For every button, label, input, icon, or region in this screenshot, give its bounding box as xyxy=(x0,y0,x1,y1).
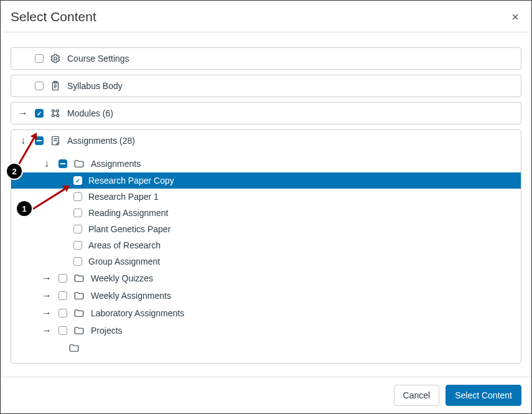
folder-icon xyxy=(73,290,85,301)
subgroup-weekly-quizzes[interactable]: Weekly Quizzes xyxy=(11,270,521,287)
checkbox-subgroup[interactable] xyxy=(58,309,67,318)
checkbox-modules[interactable] xyxy=(35,109,44,118)
svg-point-6 xyxy=(52,110,54,112)
expand-arrow-icon[interactable] xyxy=(17,108,29,118)
dialog-header: Select Content × xyxy=(1,1,531,32)
item-plant-genetics[interactable]: Plant Genetics Paper xyxy=(11,221,521,237)
subgroup-label: Weekly Assignments xyxy=(91,291,515,301)
item-research-paper-1[interactable]: Research Paper 1 xyxy=(11,189,521,205)
expand-arrow-icon[interactable] xyxy=(41,308,52,318)
item-label: Reading Assignment xyxy=(88,208,515,218)
checkbox-item[interactable] xyxy=(73,176,82,185)
modules-icon xyxy=(50,108,61,119)
cancel-button[interactable]: Cancel xyxy=(394,385,440,406)
subgroup-label: Weekly Quizzes xyxy=(91,273,515,283)
annotation-badge: 1 xyxy=(16,200,33,217)
item-reading-assignment[interactable]: Reading Assignment xyxy=(11,205,521,221)
folder-icon xyxy=(68,342,80,354)
select-content-dialog: Select Content × Course Settings xyxy=(0,0,532,414)
checkbox-item[interactable] xyxy=(73,209,82,217)
select-content-button[interactable]: Select Content xyxy=(446,385,521,406)
assignment-icon xyxy=(50,135,61,146)
folder-icon xyxy=(73,158,85,169)
row-syllabus[interactable]: Syllabus Body xyxy=(11,75,521,96)
svg-point-7 xyxy=(57,110,59,112)
label-syllabus: Syllabus Body xyxy=(67,81,515,91)
item-label: Research Paper Copy xyxy=(88,176,515,186)
subgroup-laboratory-assignments[interactable]: Laboratory Assignments xyxy=(11,304,521,322)
label-assignments-group: Assignments (28) xyxy=(67,136,515,146)
clipboard-icon xyxy=(50,80,61,92)
dialog-title: Select Content xyxy=(11,9,96,24)
folder-icon xyxy=(73,325,85,336)
checkbox-item[interactable] xyxy=(73,257,82,266)
assignments-tree: Assignments Research Paper Copy Research… xyxy=(11,151,521,363)
label-modules: Modules (6) xyxy=(67,108,515,118)
panel-modules: Modules (6) xyxy=(11,102,521,125)
svg-point-0 xyxy=(54,57,57,60)
item-label: Areas of Research xyxy=(88,240,515,250)
folder-icon xyxy=(73,308,85,319)
item-group-assignment[interactable]: Group Assignment xyxy=(11,253,521,270)
gear-icon xyxy=(50,53,61,64)
item-areas-of-research[interactable]: Areas of Research xyxy=(11,237,521,253)
item-label: Plant Genetics Paper xyxy=(88,224,515,234)
item-label: Group Assignment xyxy=(88,256,515,266)
dialog-footer: Cancel Select Content xyxy=(1,377,531,413)
close-icon[interactable]: × xyxy=(509,8,521,26)
checkbox-syllabus[interactable] xyxy=(35,82,44,90)
annotation-badge: 2 xyxy=(6,162,23,180)
checkbox-course-settings[interactable] xyxy=(35,54,44,63)
collapse-arrow-icon[interactable] xyxy=(17,136,29,146)
checkbox-subgroup[interactable] xyxy=(58,274,67,283)
row-course-settings[interactable]: Course Settings xyxy=(11,48,521,69)
row-assignments-group[interactable]: Assignments (28) xyxy=(11,130,521,151)
expand-arrow-icon[interactable] xyxy=(41,326,52,336)
item-research-paper-copy[interactable]: Research Paper Copy xyxy=(11,172,521,189)
subgroup-truncated xyxy=(11,339,521,357)
expand-arrow-icon[interactable] xyxy=(41,291,52,301)
checkbox-item[interactable] xyxy=(73,192,82,201)
row-assignments-subgroup[interactable]: Assignments xyxy=(11,155,521,172)
folder-icon xyxy=(73,273,85,284)
subgroup-label: Laboratory Assignments xyxy=(91,308,515,318)
subgroup-projects[interactable]: Projects xyxy=(11,322,521,339)
expand-arrow-icon[interactable] xyxy=(41,273,52,283)
svg-point-9 xyxy=(57,115,59,117)
subgroup-label: Projects xyxy=(91,326,515,336)
collapse-arrow-icon[interactable] xyxy=(41,159,52,169)
checkbox-item[interactable] xyxy=(73,225,82,233)
item-label: Research Paper 1 xyxy=(88,192,515,202)
row-modules[interactable]: Modules (6) xyxy=(11,103,521,124)
panel-assignments: Assignments (28) Assignments Research Pa… xyxy=(11,129,521,364)
svg-point-8 xyxy=(52,115,54,117)
dialog-body: Course Settings Syllabus Body xyxy=(1,32,531,371)
checkbox-subgroup[interactable] xyxy=(58,291,67,300)
checkbox-item[interactable] xyxy=(73,241,82,250)
panel-syllabus: Syllabus Body xyxy=(11,75,521,97)
checkbox-assignments-subgroup[interactable] xyxy=(58,159,67,168)
label-course-settings: Course Settings xyxy=(67,54,515,64)
subgroup-weekly-assignments[interactable]: Weekly Assignments xyxy=(11,287,521,304)
checkbox-subgroup[interactable] xyxy=(58,326,67,335)
panel-course-settings: Course Settings xyxy=(11,47,521,70)
label-assignments-subgroup: Assignments xyxy=(91,159,515,169)
